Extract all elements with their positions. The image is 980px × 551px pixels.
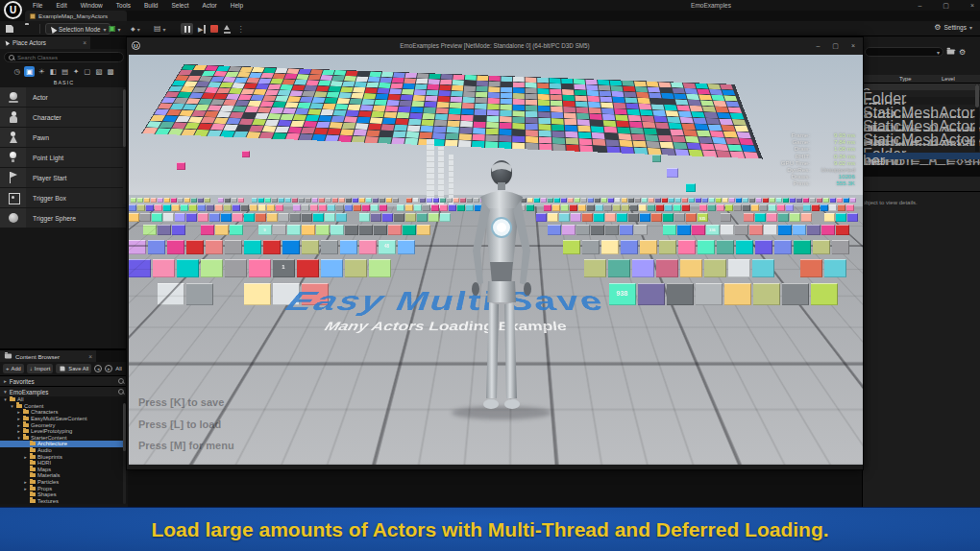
tree-arrow-icon[interactable]: ▸ — [16, 428, 21, 434]
category-basic-icon[interactable]: ▣ — [24, 66, 35, 77]
category-shapes-icon[interactable]: ◧ — [49, 66, 58, 77]
tree-arrow-icon[interactable]: ▸ — [23, 486, 28, 491]
tree-arrow-icon[interactable]: ▸ — [16, 409, 21, 415]
menu-select[interactable]: Select — [164, 0, 195, 11]
navigate-back-icon[interactable]: ◂ — [94, 365, 102, 372]
outliner-search-input[interactable]: ▾ — [865, 47, 943, 57]
tree-item-textures[interactable]: Textures — [0, 498, 128, 505]
create-folder-icon[interactable] — [947, 49, 955, 54]
tree-item-content[interactable]: ▾Content — [0, 403, 128, 410]
place-actor-character[interactable]: Character — [0, 108, 128, 127]
menu-build[interactable]: Build — [137, 0, 164, 11]
outliner-row[interactable]: berBP_Cube_ExampUEDPIE_0_Exam — [863, 153, 980, 159]
tree-arrow-icon[interactable]: ▸ — [23, 454, 28, 460]
add-button[interactable]: + Add — [3, 364, 24, 373]
close-icon[interactable]: × — [970, 0, 974, 11]
column-type[interactable]: Type — [899, 75, 912, 84]
game-viewport[interactable]: 9359336481938 Easy Multi Save Many Actor… — [129, 55, 863, 465]
tree-arrow-icon[interactable]: ▾ — [10, 403, 14, 409]
place-actor-player-start[interactable]: Player Start — [0, 168, 128, 187]
close-icon[interactable]: × — [83, 39, 86, 46]
place-actor-actor[interactable]: Actor — [0, 87, 128, 107]
place-actor-pawn[interactable]: Pawn — [0, 128, 128, 147]
tree-item-maps[interactable]: Maps — [0, 467, 128, 473]
maximize-icon[interactable]: ▢ — [832, 37, 839, 55]
outliner-scrollbar[interactable] — [975, 84, 979, 152]
place-actor-trigger-box[interactable]: Trigger Box — [0, 188, 128, 207]
category-geometry-icon[interactable]: ▢ — [83, 66, 91, 77]
menu-window[interactable]: Window — [74, 0, 110, 11]
place-actors-tab[interactable]: Place Actors × — [0, 36, 90, 49]
outliner-row[interactable]: StaticMeshActorUEDPIE_0_Exam — [863, 139, 980, 146]
tree-arrow-icon[interactable]: ▾ — [3, 396, 8, 402]
navigate-forward-icon[interactable]: ▸ — [105, 365, 112, 372]
search-icon[interactable] — [118, 389, 124, 395]
tree-item-shapes[interactable]: Shapes — [0, 491, 128, 498]
tree-item-hdri[interactable]: HDRI — [0, 460, 128, 467]
import-button[interactable]: ↓ Import — [27, 364, 53, 373]
tree-arrow-icon[interactable]: ▸ — [16, 416, 21, 421]
tree-item-blueprints[interactable]: ▸Blueprints — [0, 453, 128, 460]
outliner-row[interactable]: StaticMeshActorUEDPIE_0_Exam — [863, 125, 980, 132]
menu-tools[interactable]: Tools — [110, 0, 137, 11]
outliner-row[interactable]: StaticMeshActorUEDPIE_0_Exam — [863, 105, 980, 111]
tree-item-materials[interactable]: Materials — [0, 472, 128, 479]
quick-add-dropdown[interactable]: ▣ ▾ — [109, 24, 121, 34]
outliner-row[interactable]: StaticMeshActorUEDPIE_0_Exam — [863, 118, 980, 125]
tree-item-easymultisavecontent[interactable]: ▸EasyMultiSaveContent — [0, 416, 128, 422]
search-icon[interactable] — [118, 378, 124, 384]
more-options-icon[interactable]: ⋮ — [236, 25, 244, 34]
category-all-classes-icon[interactable]: ▩ — [106, 66, 114, 77]
pause-button[interactable] — [181, 23, 193, 35]
maximize-icon[interactable]: ▢ — [943, 0, 949, 11]
menu-actor[interactable]: Actor — [196, 0, 224, 11]
close-icon[interactable]: × — [851, 37, 855, 55]
place-actor-trigger-sphere[interactable]: Trigger Sphere — [0, 208, 128, 228]
tree-item-levelprototyping[interactable]: ▸LevelPrototyping — [0, 428, 128, 435]
gear-icon[interactable]: ⚙ — [959, 48, 966, 57]
category-visual-effects-icon[interactable]: ✦ — [72, 66, 80, 77]
content-browser-tab[interactable]: Content Browser × — [0, 350, 96, 362]
tree-item-audio[interactable]: Audio — [0, 447, 128, 454]
column-level[interactable]: Level — [942, 75, 955, 84]
outliner-row[interactable]: Folder — [863, 146, 980, 153]
menu-help[interactable]: Help — [224, 0, 250, 11]
category-recently-placed-icon[interactable]: ◷ — [12, 66, 21, 77]
outliner-row[interactable]: Folder — [863, 90, 980, 97]
eject-button[interactable] — [223, 25, 232, 34]
outliner-row[interactable]: s (Play In EdiWorld — [863, 84, 980, 90]
minimize-icon[interactable]: – — [918, 0, 921, 11]
preview-titlebar[interactable]: U EmoExamples Preview [NetMode: Standalo… — [127, 37, 863, 55]
category-cinematic-icon[interactable]: ▤ — [61, 66, 69, 77]
menu-file[interactable]: File — [26, 0, 49, 11]
breadcrumb[interactable]: All — [115, 366, 122, 371]
save-all-button[interactable]: Save All — [56, 364, 91, 373]
tree-item-props[interactable]: ▸Props — [0, 485, 128, 491]
category-volumes-icon[interactable]: ▧ — [94, 66, 103, 77]
tree-item-startercontent[interactable]: ▾StarterContent — [0, 435, 128, 442]
outliner-row[interactable]: Folder — [863, 97, 980, 104]
project-section[interactable]: ▾ EmoExamples — [0, 386, 128, 396]
tree-arrow-icon[interactable]: ▾ — [16, 435, 21, 441]
tree-item-particles[interactable]: ▸Particles — [0, 479, 128, 486]
close-icon[interactable]: × — [88, 353, 92, 360]
menu-edit[interactable]: Edit — [49, 0, 73, 11]
place-actor-point-light[interactable]: Point Light — [0, 148, 128, 167]
cinematics-dropdown[interactable]: ▤ ▾ — [154, 24, 166, 34]
blueprints-dropdown[interactable]: ◆ ▾ — [131, 24, 140, 34]
favorites-section[interactable]: ▸ Favorites — [0, 375, 128, 386]
tree-arrow-icon[interactable]: ▸ — [16, 422, 21, 428]
search-classes-input[interactable]: Search Classes — [4, 52, 124, 62]
outliner-row[interactable]: StaticMeshActorUEDPIE_0_Exam — [863, 111, 980, 118]
category-lights-icon[interactable]: ☀ — [37, 66, 46, 77]
minimize-icon[interactable]: – — [816, 37, 820, 55]
save-icon[interactable] — [6, 25, 13, 33]
tree-arrow-icon[interactable]: ▸ — [23, 479, 28, 485]
level-tab[interactable]: ExampleMap_ManyActors — [25, 11, 127, 21]
frame-skip-button[interactable]: ▶ — [198, 25, 206, 34]
tree-item-geometry[interactable]: ▸Geometry — [0, 421, 128, 428]
settings-dropdown[interactable]: ⚙ Settings ▾ — [934, 23, 972, 32]
stop-button[interactable] — [210, 25, 218, 33]
editor-mode-dropdown[interactable]: Selection Mode ▾ — [45, 23, 110, 35]
tree-item-architecture[interactable]: Architecture — [0, 441, 128, 447]
